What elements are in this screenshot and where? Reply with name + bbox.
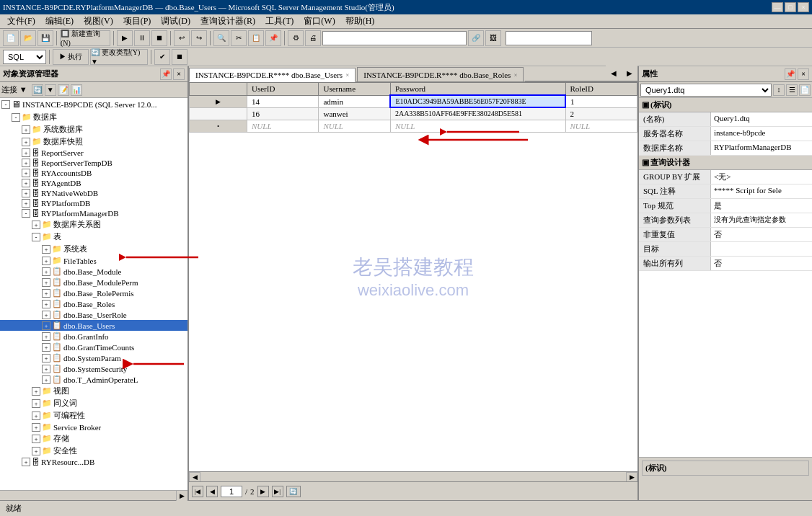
expand-rynativewebdb[interactable]: +: [22, 189, 30, 197]
tab-baseroles-close[interactable]: ×: [513, 71, 517, 79]
tree-item-systables[interactable]: + 📁 系统表: [0, 243, 187, 255]
cell-roleid-3[interactable]: NULL: [565, 120, 637, 132]
cell-roleid-1[interactable]: 1: [565, 95, 637, 107]
tree-item-systemdb[interactable]: + 📁 系统数据库: [0, 123, 187, 135]
page-last[interactable]: ▶|: [272, 486, 283, 497]
tree-item-rynativewebdb[interactable]: + 🗄 RYNativeWebDB: [0, 188, 187, 198]
tree-view[interactable]: - 🖥 INSTANCE-B9PCDE (SQL Server 12.0... …: [0, 98, 187, 490]
tree-item-programmability[interactable]: + 📁 可编程性: [0, 409, 187, 422]
tree-item-databases[interactable]: - 📁 数据库: [0, 111, 187, 123]
col-password[interactable]: Password: [390, 83, 565, 96]
tree-item-tadminopl[interactable]: + 📋 dbo.T_AdminOperateL: [0, 374, 187, 385]
stop-button[interactable]: ⏹: [172, 49, 187, 65]
menu-debug[interactable]: 调试(D): [156, 14, 195, 29]
toolbar-btn1[interactable]: ▶: [117, 30, 133, 46]
expand-dbdiagrams[interactable]: +: [32, 221, 40, 229]
toolbar-btn11[interactable]: 🖨: [305, 30, 321, 46]
col-roleid[interactable]: RoleID: [565, 83, 637, 96]
expand-tables[interactable]: -: [32, 233, 40, 241]
prop-close-button[interactable]: ×: [798, 68, 809, 80]
expand-ryplatformdb[interactable]: +: [22, 199, 30, 208]
db-select[interactable]: SQL: [3, 50, 46, 64]
cell-username-3[interactable]: NULL: [319, 120, 390, 132]
new-file-button[interactable]: 📄: [3, 30, 19, 46]
server-dropdown[interactable]: [322, 31, 467, 45]
menu-window[interactable]: 窗口(W): [299, 14, 339, 29]
expand-servicebroker[interactable]: +: [32, 423, 40, 432]
tree-item-reportservertempdb[interactable]: + 🗄 ReportServerTempDB: [0, 158, 187, 168]
col-username[interactable]: Username: [319, 83, 390, 96]
props-dropdown[interactable]: Query1.dtq: [640, 84, 772, 97]
save-button[interactable]: 💾: [37, 30, 53, 46]
expand-basemoduleperm[interactable]: +: [42, 278, 50, 287]
tree-item-dbdiagrams[interactable]: + 📁 数据库关系图: [0, 218, 187, 231]
tree-item-ryplatformmanagerdb[interactable]: - 🗄 RYPlatformManagerDB: [0, 208, 187, 218]
props-sort-btn[interactable]: ↕: [773, 84, 785, 96]
cell-userid-3[interactable]: NULL: [247, 120, 319, 132]
scroll-right-btn[interactable]: ▶: [176, 491, 187, 501]
tree-item-tables[interactable]: - 📁 表: [0, 231, 187, 243]
expand-granttimecounts[interactable]: +: [42, 343, 50, 352]
expand-ryagentdb[interactable]: +: [22, 179, 30, 187]
cell-userid-2[interactable]: 16: [247, 107, 319, 120]
expand-baseuserrole[interactable]: +: [42, 311, 50, 319]
menu-project[interactable]: 项目(P): [119, 14, 156, 29]
page-refresh[interactable]: 🔄: [286, 486, 301, 497]
scroll-left-btn[interactable]: ◀: [189, 472, 200, 482]
tree-item-baseroles[interactable]: + 📋 dbo.Base_Roles: [0, 298, 187, 309]
changetype-button[interactable]: 🔄 更改类型(Y) ▼: [90, 49, 148, 65]
execute-button[interactable]: ▶ 执行: [53, 49, 89, 65]
expand-programmability[interactable]: +: [32, 412, 40, 420]
menu-tools[interactable]: 工具(T): [261, 14, 298, 29]
toolbar-image[interactable]: 🖼: [485, 30, 501, 46]
expand-storage[interactable]: +: [32, 435, 40, 443]
cell-roleid-2[interactable]: 2: [565, 107, 637, 120]
new-query-button[interactable]: 🔲 新建查询(N): [60, 30, 110, 46]
expand-ryplatformmanagerdb[interactable]: -: [22, 209, 30, 218]
cell-password-1[interactable]: E10ADC3949BA59ABBE56E057F20F883E: [390, 95, 565, 107]
filter-button[interactable]: ▼: [45, 84, 56, 96]
menu-file[interactable]: 文件(F): [3, 14, 40, 29]
tree-item-basemodule[interactable]: + 📋 dbo.Base_Module: [0, 266, 187, 277]
minimize-button[interactable]: —: [772, 2, 783, 12]
page-first[interactable]: |◀: [192, 486, 203, 497]
parse-button[interactable]: ✔: [154, 49, 170, 65]
tab-baseusers[interactable]: INSTANCE-B9PCDE.R**** dbo.Base_Users ×: [189, 68, 356, 82]
tab-baseusers-close[interactable]: ×: [345, 71, 349, 79]
horizontal-scrollbar[interactable]: [200, 472, 626, 482]
expand-grantinfo[interactable]: +: [42, 332, 50, 341]
tree-item-root[interactable]: - 🖥 INSTANCE-B9PCDE (SQL Server 12.0...: [0, 98, 187, 111]
props-section-identity[interactable]: ▣ (标识): [639, 98, 812, 112]
page-prev[interactable]: ◀: [206, 486, 218, 497]
cell-password-2[interactable]: 2AA338B510AFF64E9FFE380248D5E581: [390, 107, 565, 120]
table-row[interactable]: ▶ 14 admin E10ADC3949BA59ABBE56E057F20F8…: [190, 95, 637, 107]
expand-reportserver[interactable]: +: [22, 148, 30, 157]
tree-item-security[interactable]: + 📁 安全性: [0, 445, 187, 457]
scroll-right-btn2[interactable]: ▶: [626, 472, 637, 482]
pin-button[interactable]: 📌: [160, 68, 172, 80]
expand-tadminopl[interactable]: +: [42, 375, 50, 384]
expand-views[interactable]: +: [32, 387, 40, 396]
tree-item-ryresourcedb[interactable]: + 🗄 RYResourc...DB: [0, 457, 187, 467]
expand-root[interactable]: -: [1, 100, 10, 109]
data-grid-container[interactable]: UserID Username Password RoleID ▶ 14 adm…: [189, 82, 637, 471]
toolbar-btn2[interactable]: ⏸: [134, 30, 150, 46]
toolbar-btn10[interactable]: ⚙: [288, 30, 304, 46]
toolbar-btn3[interactable]: ⏹: [151, 30, 167, 46]
close-panel-button[interactable]: ×: [173, 68, 185, 80]
tree-item-synonyms[interactable]: + 📁 同义词: [0, 397, 187, 409]
tree-item-granttimecounts[interactable]: + 📋 dbo.GrantTimeCounts: [0, 342, 187, 352]
tree-item-dbsnap[interactable]: + 📁 数据库快照: [0, 135, 187, 148]
toolbar-btn8[interactable]: 📋: [248, 30, 264, 46]
tree-item-filetables[interactable]: + 📁 FileTables: [0, 255, 187, 266]
toolbar-btn5[interactable]: ↪: [191, 30, 207, 46]
menu-querydesigner[interactable]: 查询设计器(R): [196, 14, 260, 29]
menu-view[interactable]: 视图(V): [79, 14, 118, 29]
expand-baserolperms[interactable]: +: [42, 289, 50, 298]
cell-userid-1[interactable]: 14: [247, 95, 319, 107]
toolbar-btn6[interactable]: 🔍: [213, 30, 229, 46]
refresh-button[interactable]: 🔄: [32, 84, 43, 96]
tree-item-baserolperms[interactable]: + 📋 dbo.Base_RolePermis: [0, 288, 187, 298]
tree-item-baseuserrole[interactable]: + 📋 dbo.Base_UserRole: [0, 309, 187, 320]
grid-scroll-footer[interactable]: ◀ ▶: [189, 471, 637, 481]
